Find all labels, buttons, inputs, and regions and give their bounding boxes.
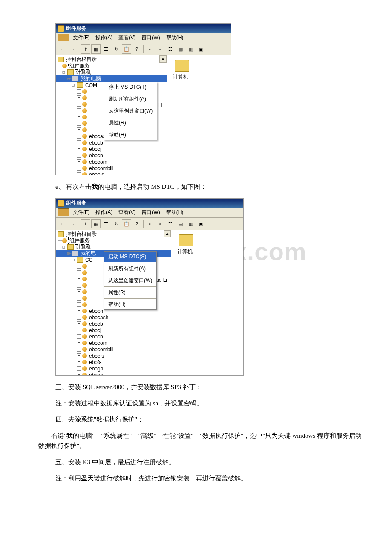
show-hide-button[interactable]: ▦: [91, 44, 101, 54]
view6-button[interactable]: ▣: [196, 44, 206, 54]
tree-app[interactable]: ebocb: [88, 140, 104, 146]
tree-app[interactable]: ebogb: [88, 372, 104, 376]
menu-new-window[interactable]: 从这里创建窗口(W): [104, 106, 157, 116]
export-button[interactable]: 📋: [122, 44, 131, 54]
context-menu[interactable]: 启动 MS DTC(S) 刷新所有组件(A) 从这里创建窗口(W) 属性(R) …: [104, 251, 157, 310]
view2-button[interactable]: ▫: [156, 44, 165, 54]
content-label[interactable]: 计算机: [173, 73, 228, 81]
menu-help[interactable]: 帮助(H): [104, 300, 156, 309]
tree-app[interactable]: ebocb: [88, 321, 104, 327]
view2-button[interactable]: ▫: [156, 219, 165, 228]
expander[interactable]: +: [77, 360, 81, 364]
tree-app[interactable]: eboeis: [88, 353, 105, 359]
expander[interactable]: +: [77, 302, 81, 307]
menubar[interactable]: 文件(F) 操作(A) 查看(V) 窗口(W) 帮助(H): [56, 208, 243, 218]
expander[interactable]: +: [77, 309, 81, 313]
help-button[interactable]: ?: [132, 44, 141, 54]
view3-button[interactable]: ☷: [166, 44, 175, 54]
tree-my-computer[interactable]: 我的电脑: [80, 75, 102, 82]
scroll-up[interactable]: ▲: [164, 230, 171, 237]
tree-app[interactable]: ebocj: [88, 327, 102, 333]
tree-app[interactable]: ebocn: [88, 153, 104, 159]
view5-button[interactable]: ▥: [186, 219, 196, 228]
tree-pane[interactable]: ▲ 控制台根目录 ⊟┈组件服务 ⊟┈计算机 ⊟┈我的电脑 ⊟┈COM + + +…: [56, 55, 167, 175]
folder-large-icon[interactable]: [179, 234, 193, 246]
content-label[interactable]: 计算机: [177, 248, 241, 255]
help-button[interactable]: ?: [132, 219, 141, 228]
view1-button[interactable]: ▪: [145, 44, 155, 54]
view5-button[interactable]: ▥: [186, 44, 196, 54]
expander[interactable]: +: [77, 366, 81, 371]
expander[interactable]: +: [77, 283, 81, 288]
expander[interactable]: +: [77, 328, 81, 332]
expander[interactable]: +: [77, 341, 81, 345]
back-button[interactable]: ←: [58, 219, 67, 228]
menu-new-window[interactable]: 从这里创建窗口(W): [104, 276, 156, 286]
export-button[interactable]: 📋: [122, 219, 131, 228]
view3-button[interactable]: ☷: [166, 219, 175, 228]
expander[interactable]: +: [77, 347, 81, 352]
tree-app[interactable]: ebocj: [88, 146, 102, 152]
menu-properties[interactable]: 属性(R): [104, 288, 156, 298]
expander[interactable]: +: [77, 95, 81, 100]
context-menu[interactable]: 停止 MS DTC(T) 刷新所有组件(A) 从这里创建窗口(W) 属性(R) …: [104, 82, 157, 140]
expander[interactable]: +: [77, 289, 81, 294]
expander[interactable]: +: [77, 353, 81, 358]
up-button[interactable]: ⬆: [81, 219, 90, 228]
tree-app[interactable]: ebocn: [88, 334, 104, 340]
expander[interactable]: +: [77, 321, 81, 326]
expander[interactable]: +: [77, 166, 81, 171]
menu-stop-msdtc[interactable]: 停止 MS DTC(T): [104, 82, 157, 92]
scroll-up[interactable]: ▲: [159, 55, 167, 63]
tree-app[interactable]: eboeis: [88, 172, 105, 175]
tree-pane[interactable]: ▲ 控制台根目录 ⊟┈组件服务 ⊟┈计算机 ⊟┈我的电 ⊟┈CC + + + +…: [56, 230, 171, 375]
tree-app[interactable]: ebocombill: [88, 165, 114, 171]
tree-com[interactable]: COM: [84, 82, 98, 88]
menu-window[interactable]: 窗口(W): [139, 208, 162, 217]
tree-my-computer[interactable]: 我的电: [80, 250, 97, 257]
expander[interactable]: +: [77, 140, 81, 145]
properties-button[interactable]: ☰: [101, 219, 111, 228]
show-hide-button[interactable]: ▦: [91, 219, 101, 228]
menu-view[interactable]: 查看(V): [116, 208, 138, 217]
menu-file[interactable]: 文件(F): [70, 208, 92, 217]
tree-cc[interactable]: CC: [84, 257, 93, 263]
expander[interactable]: +: [77, 147, 81, 151]
expander[interactable]: +: [77, 334, 81, 339]
tree-app[interactable]: ebocom: [88, 340, 108, 346]
view1-button[interactable]: ▪: [145, 219, 155, 228]
expander[interactable]: +: [77, 373, 81, 375]
expander[interactable]: +: [77, 296, 81, 301]
expander[interactable]: +: [77, 270, 81, 275]
back-button[interactable]: ←: [58, 44, 67, 54]
view6-button[interactable]: ▣: [196, 219, 206, 228]
tree-app[interactable]: ebobm: [88, 308, 106, 314]
view4-button[interactable]: ▤: [176, 219, 185, 228]
expander[interactable]: +: [77, 115, 81, 119]
folder-large-icon[interactable]: [175, 60, 189, 72]
expander[interactable]: +: [77, 153, 81, 158]
expander[interactable]: +: [77, 315, 81, 320]
expander[interactable]: +: [77, 172, 81, 175]
menu-refresh-all[interactable]: 刷新所有组件(A): [104, 264, 156, 274]
expander[interactable]: +: [77, 134, 81, 139]
expander[interactable]: +: [77, 121, 81, 126]
menu-action[interactable]: 操作(A): [93, 34, 115, 42]
expander[interactable]: +: [77, 127, 81, 132]
refresh-button[interactable]: ↻: [112, 44, 121, 54]
menu-view[interactable]: 查看(V): [116, 34, 138, 42]
expander[interactable]: +: [77, 277, 81, 281]
forward-button[interactable]: →: [68, 219, 77, 228]
tree-app[interactable]: ebocom: [88, 159, 108, 165]
menu-window[interactable]: 窗口(W): [139, 34, 162, 42]
tree-app[interactable]: ebocombill: [88, 347, 114, 353]
tree-app[interactable]: ebocash: [88, 315, 109, 321]
menu-help[interactable]: 帮助(H): [164, 208, 186, 217]
up-button[interactable]: ⬆: [81, 44, 90, 54]
menu-action[interactable]: 操作(A): [93, 208, 115, 217]
menu-start-msdtc[interactable]: 启动 MS DTC(S): [104, 252, 156, 262]
expander[interactable]: +: [77, 264, 81, 269]
view4-button[interactable]: ▤: [176, 44, 185, 54]
properties-button[interactable]: ☰: [101, 44, 111, 54]
tree-app[interactable]: ebofa: [88, 359, 103, 365]
